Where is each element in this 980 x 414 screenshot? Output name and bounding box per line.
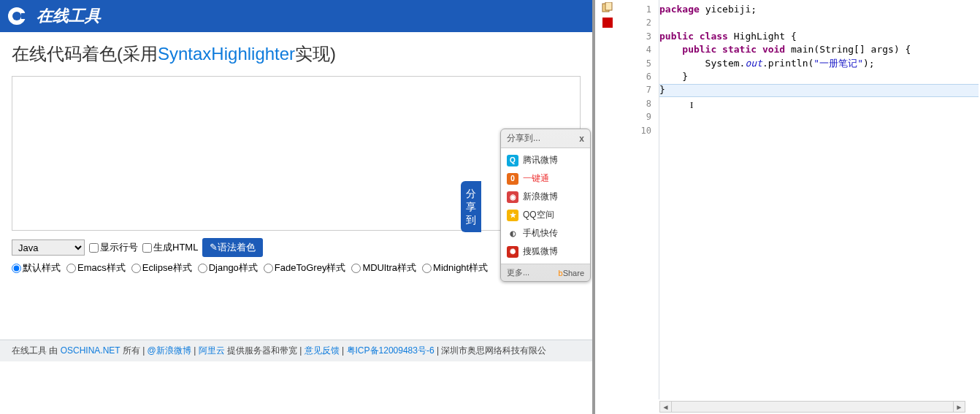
style-radio-input[interactable] [66, 264, 76, 273]
share-item[interactable]: ★QQ空间 [501, 206, 590, 224]
code-token: args [871, 44, 894, 55]
style-radio-5[interactable]: MDUltra样式 [351, 261, 416, 275]
style-radio-label: MDUltra样式 [362, 261, 416, 275]
editor-gutter: 12345678910 [627, 0, 659, 399]
share-popup-title: 分享到... [507, 132, 540, 145]
code-line [659, 16, 979, 29]
style-radio-input[interactable] [351, 264, 361, 273]
code-line [659, 124, 979, 137]
share-more-link[interactable]: 更多... [507, 267, 529, 278]
linenum-label: 显示行号 [100, 241, 138, 254]
code-token: } [659, 84, 665, 95]
style-radio-1[interactable]: Emacs样式 [66, 261, 126, 275]
code-token: HighLight { [734, 31, 797, 42]
syntax-highlighter-link[interactable]: SyntaxHighlighter [158, 44, 295, 64]
style-radio-input[interactable] [12, 264, 21, 273]
style-radio-6[interactable]: Midnight样式 [422, 261, 488, 275]
share-item[interactable]: ◉新浪微博 [501, 188, 590, 206]
genhtml-checkbox-wrap[interactable]: 生成HTML [142, 241, 198, 254]
style-radio-label: Emacs样式 [77, 261, 126, 275]
line-number: 1 [627, 3, 659, 16]
share-service-icon: 0 [507, 173, 518, 185]
code-token: ); [863, 58, 875, 69]
footer-text: | 深圳市奥思网络科技有限公 [437, 345, 546, 356]
linenum-checkbox-wrap[interactable]: 显示行号 [89, 241, 138, 254]
share-service-icon: ★ [507, 210, 518, 221]
share-item[interactable]: ✺搜狐微博 [501, 242, 590, 261]
weibo-link[interactable]: @新浪微博 [148, 345, 191, 356]
share-popup-header: 分享到... x [501, 129, 590, 148]
line-number: 3 [627, 30, 659, 43]
share-item[interactable]: Q腾讯微博 [501, 151, 590, 169]
editor-code-body[interactable]: package yicebiji; public class HighLight… [659, 3, 979, 399]
footer-text: 所有 | [123, 345, 148, 356]
style-radio-2[interactable]: Eclipse样式 [131, 261, 192, 275]
line-number: 5 [627, 57, 659, 70]
share-item-label: 新浪微博 [523, 191, 558, 203]
line-number: 2 [627, 16, 659, 29]
bshare-brand[interactable]: bShare [559, 269, 584, 277]
share-item[interactable]: ◐手机快传 [501, 224, 590, 242]
oschina-link[interactable]: OSCHINA.NET [61, 345, 120, 356]
share-popup-footer: 更多... bShare [501, 264, 590, 281]
close-icon[interactable]: x [579, 134, 584, 144]
code-token: "一册笔记" [814, 58, 863, 69]
style-radio-input[interactable] [264, 264, 273, 273]
stop-icon[interactable] [600, 16, 616, 29]
style-radio-0[interactable]: 默认样式 [12, 261, 61, 275]
share-item-label: 搜狐微博 [523, 245, 558, 258]
style-radio-input[interactable] [131, 264, 141, 273]
style-radio-label: FadeToGrey样式 [275, 261, 346, 275]
svg-point-1 [12, 12, 21, 20]
linenum-checkbox[interactable] [89, 243, 99, 253]
style-radio-label: Midnight样式 [433, 261, 488, 275]
genhtml-checkbox[interactable] [142, 243, 152, 253]
style-radio-4[interactable]: FadeToGrey样式 [264, 261, 346, 275]
line-number: 4 [627, 43, 659, 56]
bshare-share: Share [563, 269, 584, 277]
highlight-button-label: 语法着色 [218, 242, 256, 253]
site-logo-icon [6, 5, 32, 27]
code-line: public static void main(String[] args) { [659, 43, 979, 56]
ide-editor-pane: 12345678910 package yicebiji; public cla… [592, 0, 980, 414]
svg-rect-4 [605, 2, 612, 10]
style-radio-label: 默认样式 [23, 261, 61, 275]
style-radio-label: Django样式 [209, 261, 258, 275]
style-radio-input[interactable] [198, 264, 207, 273]
highlight-button[interactable]: ✎语法着色 [202, 238, 263, 257]
code-token: out [745, 58, 762, 69]
share-list: Q腾讯微博0一键通◉新浪微博★QQ空间◐手机快传✺搜狐微博 [501, 148, 590, 264]
site-header: 在线工具 [0, 0, 592, 32]
line-number: 9 [627, 110, 659, 123]
icp-link[interactable]: 粤ICP备12009483号-6 [347, 345, 435, 356]
code-line: package yicebiji; [659, 3, 979, 16]
style-radio-row: 默认样式Emacs样式Eclipse样式Django样式FadeToGrey样式… [12, 261, 581, 275]
controls-row: Java 显示行号 生成HTML ✎语法着色 [12, 238, 581, 257]
text-cursor-icon: I [690, 99, 693, 111]
code-input-textarea[interactable] [12, 76, 581, 231]
scroll-right-icon[interactable]: ► [953, 402, 965, 412]
style-radio-input[interactable] [422, 264, 432, 273]
share-service-icon: Q [507, 155, 518, 166]
share-tab-char: 分 [461, 187, 481, 200]
share-item[interactable]: 0一键通 [501, 169, 590, 188]
share-item-label: 手机快传 [523, 227, 558, 239]
code-token: main(String[] [791, 44, 871, 55]
editor-toolbar [600, 1, 624, 31]
share-to-tab[interactable]: 分 享 到 [461, 181, 481, 232]
language-select[interactable]: Java [12, 239, 85, 256]
code-line [659, 97, 979, 110]
style-radio-label: Eclipse样式 [142, 261, 192, 275]
code-line: } [659, 70, 979, 83]
horizontal-scrollbar[interactable]: ◄ ► [659, 401, 965, 413]
feedback-link[interactable]: 意见反馈 [305, 345, 340, 356]
code-token: yicebiji; [705, 4, 757, 15]
copy-icon[interactable] [600, 1, 616, 15]
style-radio-3[interactable]: Django样式 [198, 261, 258, 275]
code-token: public class [659, 31, 734, 42]
share-tab-char: 享 [461, 200, 481, 213]
scroll-left-icon[interactable]: ◄ [660, 402, 672, 412]
line-number: 8 [627, 97, 659, 110]
aliyun-link[interactable]: 阿里云 [199, 345, 225, 356]
code-token [659, 44, 682, 55]
